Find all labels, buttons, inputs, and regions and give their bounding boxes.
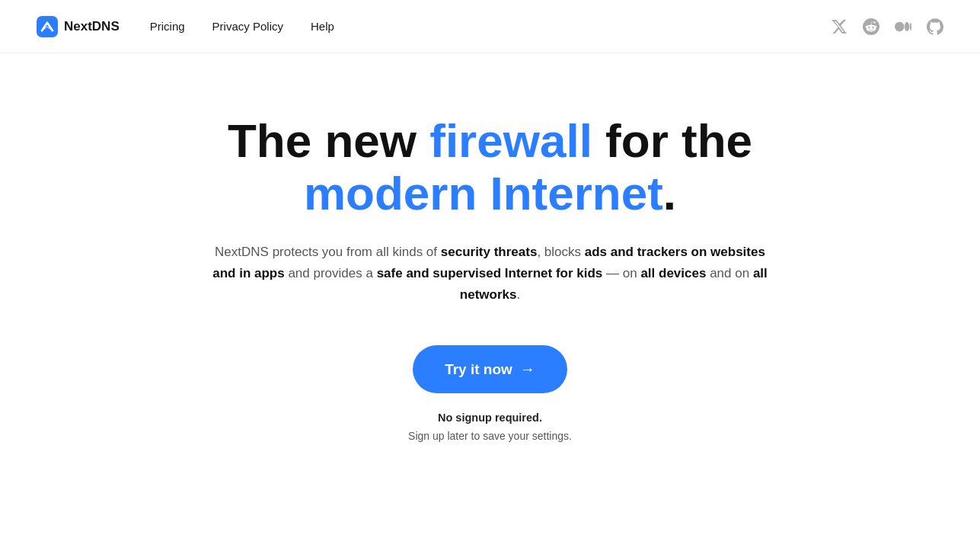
subtext-bold-kids: safe and supervised Internet for kids xyxy=(377,266,603,280)
reddit-icon[interactable] xyxy=(863,18,879,35)
navbar: NextDNS Pricing Privacy Policy Help xyxy=(0,0,980,53)
nav-link-privacy[interactable]: Privacy Policy xyxy=(212,20,283,33)
headline-firewall: firewall xyxy=(429,114,592,167)
headline-period: . xyxy=(663,167,676,219)
hero-headline: The new firewall for the modern Internet… xyxy=(228,114,752,220)
medium-icon[interactable] xyxy=(895,18,911,35)
subtext-period: . xyxy=(516,287,520,302)
logo-link[interactable]: NextDNS xyxy=(37,16,120,37)
github-icon[interactable] xyxy=(927,18,943,35)
subtext-and2: and on xyxy=(706,266,752,280)
signup-sub: Sign up later to save your settings. xyxy=(408,430,572,442)
signup-strong: No signup required. xyxy=(408,408,572,428)
logo-text: NextDNS xyxy=(64,19,120,34)
subtext-bold-devices: all devices xyxy=(640,266,706,280)
hero-section: The new firewall for the modern Internet… xyxy=(0,53,980,491)
headline-modern-internet: modern Internet xyxy=(304,167,663,219)
nav-links: Pricing Privacy Policy Help xyxy=(150,20,831,33)
social-icons xyxy=(831,18,943,35)
try-btn-label: Try it now xyxy=(445,361,512,378)
subtext-on: — on xyxy=(602,266,640,280)
nav-link-help[interactable]: Help xyxy=(311,20,334,33)
signup-note: No signup required. Sign up later to sav… xyxy=(408,408,572,445)
subtext-and: and provides a xyxy=(285,266,377,280)
subtext-comma: , blocks xyxy=(537,245,584,259)
twitter-icon[interactable] xyxy=(831,18,848,35)
nextdns-logo-icon xyxy=(37,16,58,37)
hero-subtext: NextDNS protects you from all kinds of s… xyxy=(209,242,772,306)
try-it-now-button[interactable]: Try it now → xyxy=(413,345,567,393)
headline-text-1: The new xyxy=(228,114,429,167)
nav-link-pricing[interactable]: Pricing xyxy=(150,20,185,33)
subtext-bold-security: security threats xyxy=(441,245,538,259)
try-btn-arrow: → xyxy=(520,360,535,378)
headline-text-2: for the xyxy=(592,114,752,167)
subtext-intro: NextDNS protects you from all kinds of xyxy=(215,245,441,259)
